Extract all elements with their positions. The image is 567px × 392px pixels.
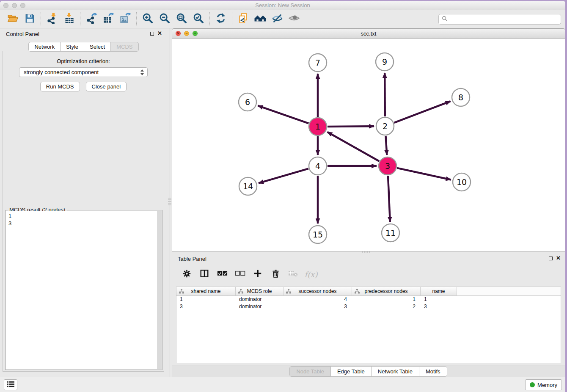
import-network-button[interactable] [44,11,61,27]
tab-motifs[interactable]: Motifs [419,366,447,377]
graph-node-3[interactable]: 3 [379,157,396,175]
hide-selected-button[interactable] [269,11,286,27]
graph-node-6[interactable]: 6 [239,93,256,111]
table-cell[interactable]: 3 [284,303,352,310]
control-panel-close-icon[interactable]: ✕ [157,30,162,36]
tab-network-table[interactable]: Network Table [371,366,419,377]
graph-edge-2-8[interactable] [394,101,451,123]
import-table-button[interactable] [61,11,77,27]
zoom-fit-button[interactable] [173,11,190,27]
column-header-MCDS-role[interactable]: MCDS role [236,287,284,296]
control-panel-float-icon[interactable] [150,32,154,36]
graph-edge-1-2[interactable] [328,126,374,127]
table-cell[interactable]: 4 [284,296,352,303]
export-table-button[interactable] [100,11,117,27]
table-row[interactable]: 1dominator411 [176,296,561,303]
plus-icon [253,269,262,280]
right-column: ✕ − + scc.txt 7968124314101511 Table Pan… [172,28,565,377]
graph-edge-2-3[interactable] [386,136,387,155]
memory-button[interactable]: Memory [525,379,562,390]
export-network-icon [86,13,97,26]
deselect-all-button[interactable] [233,268,247,281]
home-layout-button[interactable] [252,11,269,27]
column-header-predecessor-nodes[interactable]: predecessor nodes [352,287,421,296]
mcds-result-scrollbar[interactable] [157,211,162,369]
vertical-splitter[interactable] [168,28,172,377]
export-image-icon [120,13,131,26]
toggle-columns-button[interactable] [197,268,212,281]
table-toolbar: f(x) [176,265,561,283]
tab-style[interactable]: Style [60,42,84,52]
add-column-button[interactable] [250,268,265,281]
table-panel-close-icon[interactable]: ✕ [556,255,561,261]
column-header-shared-name[interactable]: shared name [176,287,236,296]
graph-node-14[interactable]: 14 [239,177,257,195]
table-cell[interactable]: dominator [236,296,284,303]
graph-node-9[interactable]: 9 [376,53,394,71]
table-cell[interactable]: 2 [352,303,421,310]
graph-node-1[interactable]: 1 [309,118,327,135]
graph-node-4[interactable]: 4 [309,157,327,175]
copy-network-button[interactable] [235,11,252,27]
export-image-button[interactable] [117,11,134,27]
graph-node-7[interactable]: 7 [309,54,327,72]
column-header-name[interactable]: name [421,287,457,296]
graph-edge-4-14[interactable] [259,168,308,183]
table-cell[interactable]: 1 [352,296,421,303]
tab-select[interactable]: Select [84,42,111,52]
graph-node-8[interactable]: 8 [452,88,470,106]
toolbar-separator [209,12,210,26]
close-panel-button[interactable]: Close panel [86,82,127,91]
run-mcds-button[interactable]: Run MCDS [40,82,80,91]
graph-edge-3-10[interactable] [397,168,451,180]
table-cell[interactable]: 3 [421,303,457,310]
tab-node-table[interactable]: Node Table [289,366,331,377]
search-input[interactable] [448,15,561,24]
table-row[interactable]: 3dominator323 [176,303,561,310]
node-table[interactable]: shared nameMCDS rolesuccessor nodesprede… [176,287,561,363]
mcds-result-fieldset: MCDS result (2 nodes) 1 3 [5,210,162,370]
gear-icon [182,269,191,280]
graph-node-10[interactable]: 10 [453,173,471,191]
network-canvas[interactable]: 7968124314101511 [172,39,565,251]
open-session-button[interactable] [4,11,21,27]
table-cell[interactable]: 3 [176,303,236,310]
graph-edge-3-1[interactable] [328,132,379,161]
graph-edge-2-9[interactable] [385,73,385,116]
table-panel-float-icon[interactable] [549,257,553,260]
table-cell[interactable]: 1 [176,296,236,303]
optimization-criterion-select[interactable]: strongly connected component [19,67,148,77]
table-cell[interactable]: dominator [236,303,284,310]
graph-node-11[interactable]: 11 [382,224,399,242]
table-panel-header: Table Panel ✕ [172,253,565,264]
graph-edge-3-11[interactable] [388,176,390,222]
show-all-button[interactable] [286,11,303,27]
memory-label: Memory [537,382,557,388]
tab-mcds[interactable]: MCDS [110,42,138,52]
tab-network[interactable]: Network [28,42,61,52]
tree-icon [286,289,291,294]
graph-edge-1-6[interactable] [258,106,309,124]
mcds-result-text[interactable]: 1 3 [6,211,162,369]
export-network-button[interactable] [83,11,100,27]
select-stepper-icon [140,69,145,76]
import-network-icon [47,13,58,26]
task-history-button[interactable] [4,379,17,390]
save-session-button[interactable] [21,11,38,27]
table-cell[interactable]: 1 [421,296,457,303]
select-all-button[interactable] [215,268,229,281]
svg-text:3: 3 [385,161,390,171]
toolbar-separator [41,12,41,26]
zoom-out-button[interactable] [156,11,173,27]
table-settings-button[interactable] [179,268,194,281]
column-header-successor-nodes[interactable]: successor nodes [284,287,352,296]
eye-icon [288,12,300,26]
window-titlebar: Session: New Session [0,1,565,10]
graph-node-2[interactable]: 2 [376,117,394,135]
zoom-selected-button[interactable] [190,11,207,27]
refresh-network-button[interactable] [212,11,229,27]
delete-column-button[interactable] [268,268,283,281]
tab-edge-table[interactable]: Edge Table [330,366,372,377]
graph-node-15[interactable]: 15 [309,226,327,243]
zoom-in-button[interactable] [139,11,156,27]
